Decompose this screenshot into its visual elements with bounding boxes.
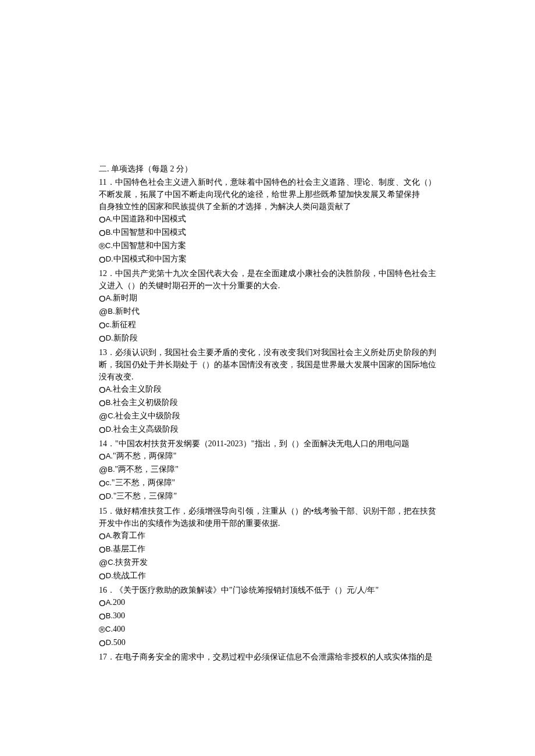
option-label: D. — [106, 492, 113, 500]
question-number: 12 — [99, 269, 107, 278]
option-text: 中国道路和中国模式 — [113, 214, 186, 223]
option-label: c. — [106, 320, 112, 329]
radio-icon: O — [99, 425, 106, 435]
radio-selected-icon: ® — [99, 624, 105, 634]
option-text: 教育工作 — [113, 531, 145, 540]
option-c[interactable]: @C.扶贫开发 — [99, 556, 436, 569]
radio-icon: O — [99, 398, 106, 408]
option-a[interactable]: OA.中国道路和中国模式 — [99, 213, 436, 226]
option-text: 400 — [113, 625, 125, 633]
radio-icon: O — [99, 544, 106, 554]
option-label: B. — [106, 228, 113, 237]
option-label: A. — [106, 214, 113, 223]
option-text: 社会主义阶段 — [113, 385, 162, 393]
radio-icon: O — [99, 611, 106, 621]
option-label: D. — [106, 334, 113, 342]
question-12: 12．中国共产党第十九次全国代表大会，是在全面建成小康社会的决胜阶段，中国特色社… — [99, 267, 436, 345]
option-c[interactable]: @C.社会主义中级阶段 — [99, 410, 436, 423]
radio-icon: O — [99, 293, 106, 303]
option-b[interactable]: OB.中国智慧和中国模式 — [99, 226, 436, 239]
section-title: 二. 单项选择（每题 2 分） — [99, 163, 436, 175]
option-text: "三不愁，两保障" — [112, 478, 175, 487]
option-c[interactable]: ®C.400 — [99, 623, 436, 636]
question-stem: ．"中国农村扶贫开发纲要（2011-2023）"指出，到（）全面解决无电人口的用… — [107, 439, 409, 448]
option-label: D. — [106, 425, 113, 433]
radio-icon: O — [99, 531, 106, 540]
radio-icon: O — [99, 385, 106, 395]
question-stem: ．在电子商务安全的需求中，交易过程中必须保证信息不会泄露给非授权的人或实体指的是 — [107, 653, 433, 661]
option-label: c. — [106, 478, 112, 487]
radio-icon: O — [99, 214, 106, 224]
question-number: 13 — [99, 348, 107, 357]
option-label: A. — [106, 598, 113, 607]
option-text: 社会主义高级阶段 — [113, 425, 179, 433]
option-b[interactable]: OB.基层工作 — [99, 543, 436, 556]
option-text: 中国模式和中国方案 — [113, 255, 187, 263]
option-text: 社会主义中级阶段 — [115, 411, 180, 420]
question-stem: ．必须认识到，我国社会主要矛盾的变化，没有改变我们对我国社会主义所处历史阶段的判… — [99, 348, 436, 381]
option-text: 300 — [113, 611, 125, 620]
option-c[interactable]: Oc."三不愁，两保障" — [99, 476, 436, 490]
question-number: 17 — [99, 653, 107, 661]
radio-selected-icon: ® — [99, 241, 105, 251]
option-text: "两不愁，三保障" — [115, 465, 179, 474]
option-label: B. — [106, 544, 113, 553]
option-label: D. — [106, 571, 113, 580]
option-b[interactable]: OB.社会主义初级阶段 — [99, 396, 436, 410]
option-label: A. — [106, 293, 113, 302]
option-text: 新时代 — [115, 307, 140, 316]
option-d[interactable]: OD."三不愁，三保障" — [99, 490, 436, 503]
option-label: C. — [108, 411, 115, 420]
option-a[interactable]: OA.教育工作 — [99, 529, 436, 543]
radio-selected-icon: @ — [99, 307, 108, 317]
option-text: 200 — [113, 598, 125, 607]
radio-selected-icon: @ — [99, 557, 108, 567]
option-label: B. — [108, 465, 115, 474]
option-d[interactable]: OD.新阶段 — [99, 332, 436, 345]
option-text: 扶贫开发 — [115, 558, 148, 567]
option-label: B. — [106, 611, 113, 620]
option-d[interactable]: OD.统战工作 — [99, 569, 436, 583]
question-14: 14．"中国农村扶贫开发纲要（2011-2023）"指出，到（）全面解决无电人口… — [99, 438, 436, 503]
option-b[interactable]: OB.300 — [99, 610, 436, 623]
question-stem: ．《关于医疗救助的政策解读》中"门诊统筹报销封顶线不低于（）元/人/年" — [107, 586, 379, 594]
question-stem: ．中国共产党第十九次全国代表大会，是在全面建成小康社会的决胜阶段，中国特色社会主… — [99, 269, 436, 290]
option-label: B. — [108, 307, 115, 316]
option-text: 中国智慧和中国模式 — [113, 228, 186, 237]
radio-icon: O — [99, 228, 106, 238]
radio-selected-icon: @ — [99, 465, 108, 475]
option-a[interactable]: OA."两不愁，两保障" — [99, 450, 436, 463]
radio-icon: O — [99, 597, 106, 607]
option-label: C. — [105, 625, 113, 633]
radio-icon: O — [99, 334, 106, 343]
question-stem: ．做好精准扶贫工作，必须增强导向引领，注重从（）的•线考验干部、识别干部，把在扶… — [99, 507, 436, 528]
option-label: C. — [108, 558, 115, 567]
option-d[interactable]: OD.500 — [99, 636, 436, 650]
option-text: 500 — [113, 638, 126, 647]
radio-selected-icon: @ — [99, 411, 108, 421]
option-b[interactable]: @B."两不愁，三保障" — [99, 463, 436, 476]
option-d[interactable]: OD.中国模式和中国方案 — [99, 253, 436, 266]
radio-icon: O — [99, 320, 106, 330]
question-stem: ．中国特色社会主义进入新时代，意味着中国特色的社会主义道路、理论、制度、文化不断… — [99, 178, 420, 211]
option-a[interactable]: OA.社会主义阶段 — [99, 383, 436, 396]
option-text: 中国智慧和中国方案 — [113, 241, 186, 250]
option-c[interactable]: ®C.中国智慧和中国方案 — [99, 239, 436, 253]
option-a[interactable]: OA.200 — [99, 596, 436, 610]
question-16: 16．《关于医疗救助的政策解读》中"门诊统筹报销封顶线不低于（）元/人/年" O… — [99, 584, 436, 650]
option-text: "三不愁，三保障" — [113, 492, 177, 500]
option-label: D. — [106, 638, 113, 647]
option-d[interactable]: OD.社会主义高级阶段 — [99, 423, 436, 436]
option-label: C. — [105, 241, 113, 250]
option-label: D. — [106, 255, 113, 263]
radio-icon: O — [99, 492, 106, 501]
option-text: "两不愁，两保障" — [113, 452, 176, 460]
option-a[interactable]: OA.新时期 — [99, 292, 436, 305]
option-text: 新征程 — [112, 320, 136, 329]
radio-icon: O — [99, 478, 106, 488]
option-c[interactable]: Oc.新征程 — [99, 318, 436, 332]
page-content: 二. 单项选择（每题 2 分） 11．中国特色社会主义进入新时代，意味着中国特色… — [0, 0, 535, 698]
option-b[interactable]: @B.新时代 — [99, 305, 436, 318]
option-text: 统战工作 — [113, 571, 146, 580]
question-11: 11．中国特色社会主义进入新时代，意味着中国特色的社会主义道路、理论、制度、文化… — [99, 176, 436, 266]
